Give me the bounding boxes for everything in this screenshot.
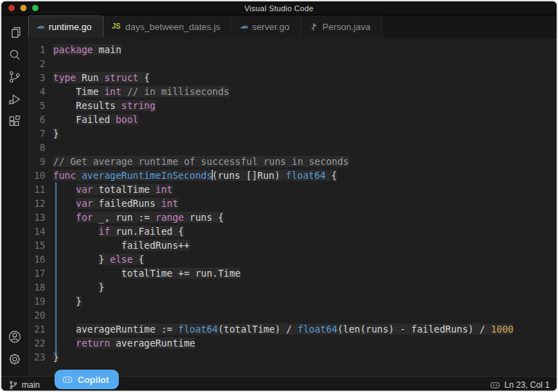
tab-bar: -∞runtime.goJSdays_between_dates.js-∞ser… <box>28 15 557 38</box>
line-number: 1 <box>28 43 53 57</box>
branch-name: main <box>22 380 40 390</box>
code-line[interactable]: 16 } else { <box>28 252 557 266</box>
js-file-icon: JS <box>112 23 120 30</box>
cursor-position-indicator[interactable]: Ln 23, Col 1 <box>489 380 550 390</box>
line-content: func averageRuntimeInSeconds(runs []Run)… <box>53 168 337 182</box>
tab-days_between_dates.js[interactable]: JSdays_between_dates.js <box>103 15 232 38</box>
line-content: } <box>53 294 82 308</box>
line-number: 2 <box>28 57 53 71</box>
line-number: 19 <box>28 294 53 308</box>
code-editor[interactable]: 1package main23type Run struct {4 Time i… <box>28 38 557 376</box>
window-title: Visual Studio Code <box>1 4 557 13</box>
java-file-icon <box>310 22 317 31</box>
tab-server.go[interactable]: -∞server.go <box>232 15 301 38</box>
line-number: 6 <box>28 112 53 126</box>
line-content: Time int // in milliseconds <box>53 85 229 99</box>
code-line[interactable]: 6 Failed bool <box>28 112 557 126</box>
code-line[interactable]: 12 var failedRuns int <box>28 196 557 210</box>
code-line[interactable]: 7} <box>28 126 557 140</box>
line-number: 14 <box>28 224 53 238</box>
code-line[interactable]: 10func averageRuntimeInSeconds(runs []Ru… <box>28 168 557 182</box>
line-number: 22 <box>28 336 53 350</box>
code-line[interactable]: 17 totalTime += run.Time <box>28 266 557 280</box>
line-number: 16 <box>28 252 53 266</box>
copilot-button[interactable]: Copilot <box>55 370 119 389</box>
line-content: var totalTime int <box>53 182 173 196</box>
code-line[interactable]: 8 <box>28 140 557 154</box>
line-number: 21 <box>28 322 53 336</box>
line-content: if run.Failed { <box>53 224 184 238</box>
line-number: 7 <box>28 126 53 140</box>
tab-runtime.go[interactable]: -∞runtime.go <box>28 15 103 38</box>
vscode-window: Visual Studio Code <box>0 0 558 392</box>
line-content: } else { <box>53 252 144 266</box>
code-line[interactable]: 21 averageRuntime := float64(totalTime) … <box>28 322 557 336</box>
code-line[interactable]: 15 failedRuns++ <box>28 238 557 252</box>
code-line[interactable]: 20 <box>28 308 557 322</box>
line-content: package main <box>53 43 122 57</box>
code-line[interactable]: 18 } <box>28 280 557 294</box>
active-indent-guide <box>55 182 57 354</box>
line-number: 8 <box>28 140 53 154</box>
line-number: 10 <box>28 168 53 182</box>
line-content: averageRuntime := float64(totalTime) / f… <box>53 322 513 336</box>
code-line[interactable]: 11 var totalTime int <box>28 182 557 196</box>
code-line[interactable]: 23} <box>28 350 557 364</box>
run-debug-icon[interactable] <box>4 88 25 110</box>
line-number: 4 <box>28 85 53 99</box>
line-number: 9 <box>28 154 53 168</box>
line-content: return averageRuntime <box>53 336 195 350</box>
line-number: 23 <box>28 350 53 364</box>
settings-gear-icon[interactable] <box>4 348 25 370</box>
line-number: 5 <box>28 99 53 112</box>
line-content: Failed bool <box>53 112 138 126</box>
line-number: 18 <box>28 280 53 294</box>
tab-label: days_between_dates.js <box>125 22 220 32</box>
line-number: 15 <box>28 238 53 252</box>
code-line[interactable]: 2 <box>28 57 557 71</box>
line-content: totalTime += run.Time <box>53 266 241 280</box>
tab-label: Person.java <box>322 22 371 32</box>
line-content: type Run struct { <box>53 71 150 85</box>
code-line[interactable]: 1package main <box>28 43 557 57</box>
code-line[interactable]: 4 Time int // in milliseconds <box>28 85 557 99</box>
line-content: } <box>53 280 104 294</box>
git-branch-icon <box>8 380 18 390</box>
line-content: Results string <box>53 99 155 112</box>
activity-bar <box>1 15 28 376</box>
git-branch-indicator[interactable]: main <box>8 380 40 390</box>
line-number: 3 <box>28 71 53 85</box>
code-line[interactable]: 14 if run.Failed { <box>28 224 557 238</box>
code-line[interactable]: 22 return averageRuntime <box>28 336 557 350</box>
line-content: // Get average runtime of successful run… <box>53 154 349 168</box>
line-content: var failedRuns int <box>53 196 178 210</box>
code-line[interactable]: 9// Get average runtime of successful ru… <box>28 154 557 168</box>
copilot-button-label: Copilot <box>78 375 109 385</box>
copilot-icon <box>62 375 73 384</box>
line-number: 20 <box>28 308 53 322</box>
line-number: 17 <box>28 266 53 280</box>
code-line[interactable]: 13 for _, run := range runs { <box>28 210 557 224</box>
line-content: } <box>53 126 59 140</box>
tab-Person.java[interactable]: Person.java <box>301 15 382 38</box>
copilot-status-icon <box>489 380 501 390</box>
explorer-icon[interactable] <box>4 21 25 43</box>
code-line[interactable]: 3type Run struct { <box>28 71 557 85</box>
go-file-icon: -∞ <box>241 23 248 31</box>
code-line[interactable]: 19 } <box>28 294 557 308</box>
tab-label: runtime.go <box>49 22 92 32</box>
code-line[interactable]: 5 Results string <box>28 99 557 112</box>
line-number: 12 <box>28 196 53 210</box>
go-file-icon: -∞ <box>37 23 44 31</box>
search-icon[interactable] <box>4 43 25 66</box>
title-bar: Visual Studio Code <box>1 1 557 15</box>
account-icon[interactable] <box>4 326 25 348</box>
source-control-icon[interactable] <box>4 66 25 88</box>
line-number: 11 <box>28 182 53 196</box>
tab-label: server.go <box>252 22 289 32</box>
line-col-text: Ln 23, Col 1 <box>504 380 550 390</box>
extensions-icon[interactable] <box>4 110 25 133</box>
line-content: failedRuns++ <box>53 238 189 252</box>
line-number: 13 <box>28 210 53 224</box>
line-content: for _, run := range runs { <box>53 210 224 224</box>
